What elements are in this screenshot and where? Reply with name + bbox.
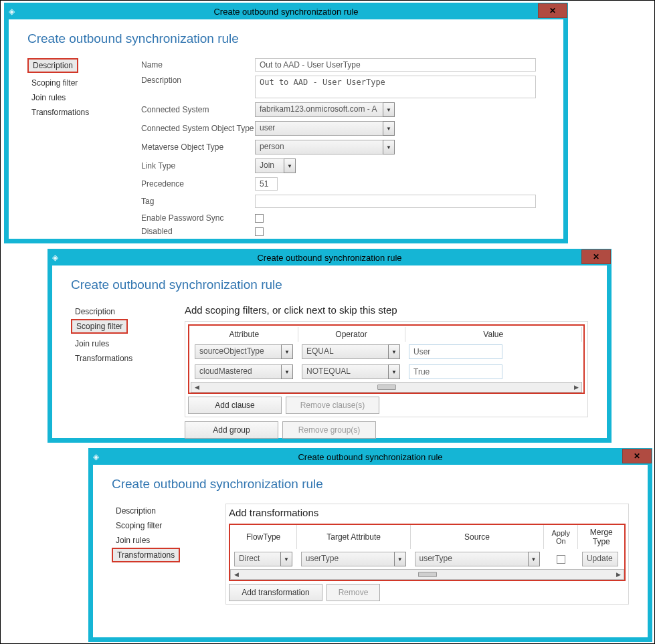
target-attribute-select[interactable]: userType <box>301 552 395 566</box>
value-input[interactable] <box>409 364 502 379</box>
link-type-select[interactable]: Join <box>255 158 284 173</box>
remove-group-button[interactable]: Remove group(s) <box>282 421 376 439</box>
name-input[interactable] <box>255 58 536 72</box>
col-attribute: Attribute <box>191 327 298 342</box>
sidebar-item-transformations[interactable]: Transformations <box>112 548 180 562</box>
window-title: Create outbound synchronization rule <box>48 253 611 263</box>
col-value: Value <box>405 327 582 342</box>
attribute-select[interactable]: sourceObjectType <box>195 344 282 359</box>
connected-system-select[interactable]: fabrikam123.onmicrosoft.com - A <box>255 102 383 117</box>
window-title: Create outbound synchronization rule <box>5 7 567 17</box>
label-cs-object-type: Connected System Object Type <box>141 124 255 133</box>
sidebar-item-scoping-filter[interactable]: Scoping filter <box>112 518 225 533</box>
label-disabled: Disabled <box>141 227 255 236</box>
description-input[interactable]: Out to AAD - User UserType <box>255 76 536 98</box>
chevron-down-icon[interactable]: ▼ <box>388 364 400 379</box>
cs-object-type-select[interactable]: user <box>255 121 383 136</box>
chevron-down-icon[interactable]: ▼ <box>388 344 400 359</box>
sidebar-item-join-rules[interactable]: Join rules <box>27 90 141 105</box>
col-flowtype: FlowType <box>230 525 297 549</box>
close-button[interactable]: ✕ <box>538 3 567 18</box>
sidebar-item-scoping-filter[interactable]: Scoping filter <box>27 76 141 90</box>
scroll-left-icon[interactable]: ◀ <box>191 383 202 392</box>
attribute-select[interactable]: cloudMastered <box>195 364 282 379</box>
col-source: Source <box>411 525 544 549</box>
horizontal-scrollbar[interactable]: ◀ ▶ <box>230 569 624 580</box>
label-description: Description <box>141 76 255 85</box>
label-mv-object-type: Metaverse Object Type <box>141 142 255 152</box>
page-title: Create outbound synchronization rule <box>27 31 545 46</box>
enable-pwd-sync-checkbox[interactable] <box>255 214 264 223</box>
label-connected-system: Connected System <box>141 105 255 114</box>
label-enable-pwd-sync: Enable Password Sync <box>141 213 255 223</box>
sidebar-item-scoping-filter[interactable]: Scoping filter <box>71 319 128 334</box>
remove-button[interactable]: Remove <box>326 584 380 601</box>
sidebar-item-description[interactable]: Description <box>71 304 185 319</box>
close-icon: ✕ <box>549 6 556 15</box>
sidebar-item-transformations[interactable]: Transformations <box>71 351 185 366</box>
table-row: cloudMastered▼ NOTEQUAL▼ <box>191 362 582 382</box>
merge-type-select[interactable]: Update <box>582 552 618 566</box>
titlebar: ◈ Create outbound synchronization rule ✕ <box>89 449 652 465</box>
sidebar-item-transformations[interactable]: Transformations <box>27 105 141 120</box>
source-select[interactable]: userType <box>415 552 529 566</box>
operator-select[interactable]: EQUAL <box>302 344 389 359</box>
scroll-thumb[interactable] <box>418 572 437 577</box>
close-icon: ✕ <box>593 252 599 261</box>
label-precedence: Precedence <box>141 179 255 189</box>
sidebar-item-description[interactable]: Description <box>27 58 78 73</box>
titlebar: ◈ Create outbound synchronization rule ✕ <box>5 3 567 19</box>
operator-select[interactable]: NOTEQUAL <box>302 364 389 379</box>
col-target: Target Attribute <box>297 525 411 549</box>
table-row: sourceObjectType▼ EQUAL▼ <box>191 342 582 362</box>
window-icon: ◈ <box>93 452 99 461</box>
add-transformation-button[interactable]: Add transformation <box>229 584 322 601</box>
scroll-thumb[interactable] <box>377 385 396 390</box>
scroll-right-icon[interactable]: ▶ <box>571 383 581 392</box>
chevron-down-icon[interactable]: ▼ <box>528 552 540 566</box>
sidebar-item-join-rules[interactable]: Join rules <box>71 336 185 351</box>
chevron-down-icon[interactable]: ▼ <box>383 102 395 117</box>
add-clause-button[interactable]: Add clause <box>188 397 282 414</box>
chevron-down-icon[interactable]: ▼ <box>383 121 395 136</box>
tag-input[interactable] <box>255 195 536 208</box>
scroll-right-icon[interactable]: ▶ <box>613 570 624 579</box>
chevron-down-icon[interactable]: ▼ <box>280 552 292 566</box>
titlebar: ◈ Create outbound synchronization rule ✕ <box>48 249 611 265</box>
mv-object-type-select[interactable]: person <box>255 140 383 154</box>
add-group-button[interactable]: Add group <box>185 421 278 439</box>
sidebar-item-join-rules[interactable]: Join rules <box>112 533 225 548</box>
chevron-down-icon[interactable]: ▼ <box>281 364 293 379</box>
chevron-down-icon[interactable]: ▼ <box>284 158 296 173</box>
label-name: Name <box>141 60 255 70</box>
close-icon: ✕ <box>634 451 640 461</box>
window-title: Create outbound synchronization rule <box>89 452 652 462</box>
remove-clause-button[interactable]: Remove clause(s) <box>286 397 379 414</box>
flowtype-select[interactable]: Direct <box>234 552 281 566</box>
col-merge: Merge Type <box>578 525 624 549</box>
precedence-input[interactable] <box>255 177 278 191</box>
page-title: Create outbound synchronization rule <box>71 278 588 292</box>
chevron-down-icon[interactable]: ▼ <box>394 552 406 566</box>
label-link-type: Link Type <box>141 161 255 171</box>
close-button[interactable]: ✕ <box>622 449 652 463</box>
sidebar-item-description[interactable]: Description <box>112 504 225 518</box>
chevron-down-icon[interactable]: ▼ <box>281 344 293 359</box>
scroll-left-icon[interactable]: ◀ <box>231 570 242 579</box>
value-input[interactable] <box>409 344 502 359</box>
horizontal-scrollbar[interactable]: ◀ ▶ <box>191 382 582 393</box>
page-title: Create outbound synchronization rule <box>112 477 629 492</box>
window-icon: ◈ <box>9 7 15 16</box>
section-heading: Add transformations <box>229 507 626 518</box>
apply-once-checkbox[interactable] <box>557 555 565 564</box>
label-tag: Tag <box>141 197 255 206</box>
table-row: Direct▼ userType▼ userType▼ Update <box>230 549 624 569</box>
disabled-checkbox[interactable] <box>255 227 264 236</box>
chevron-down-icon[interactable]: ▼ <box>383 140 395 154</box>
scoping-filter-table: Attribute Operator Value sourceObjectTyp… <box>191 327 582 382</box>
window-icon: ◈ <box>52 253 58 262</box>
col-apply: Apply On <box>544 525 578 549</box>
section-heading: Add scoping filters, or click next to sk… <box>185 304 588 316</box>
close-button[interactable]: ✕ <box>581 249 611 264</box>
col-operator: Operator <box>298 327 405 342</box>
